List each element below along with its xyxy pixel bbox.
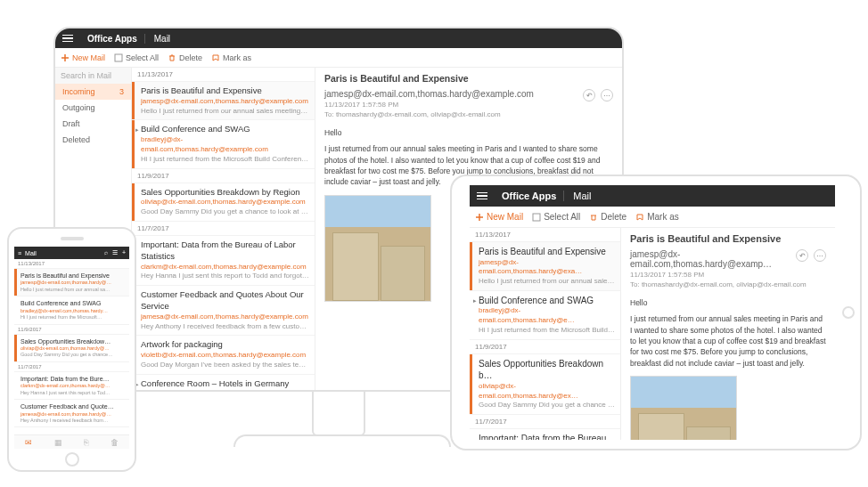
message-item[interactable]: Paris is Beautiful and Expensivejamesp@d… [470,242,620,291]
date-header: 11/7/2017 [470,415,620,429]
message-item[interactable]: Customer Feedback and Quote…jamesa@dx-em… [14,400,129,427]
select-all-button[interactable]: Select All [114,53,159,62]
new-mail-button[interactable]: New Mail [475,212,523,222]
message-item[interactable]: Important: Data from the Bureau …clarkm@… [470,429,620,440]
message-item[interactable]: Sales Opportunities Breakdown by Regiono… [132,183,315,222]
message-item[interactable]: ▸Conference Room – Hotels in Germanyedwa… [132,375,315,390]
phone-app-bar: ≡ Mail ⌕ ☰ + [14,247,129,259]
phone-device: ≡ Mail ⌕ ☰ + 11/13/2017Paris is Beautifu… [7,227,136,472]
folder-deleted[interactable]: Deleted [55,132,131,148]
new-mail-button[interactable]: New Mail [61,53,105,62]
folder-incoming[interactable]: Incoming3 [55,84,131,100]
more-icon[interactable]: ⋯ [814,249,826,262]
message-item[interactable]: Build Conference and SWAGbradleyj@dx-ema… [14,296,129,324]
svg-rect-0 [115,54,122,61]
attachment-photo[interactable] [630,376,737,440]
reader-subject: Paris is Beautiful and Expensive [324,73,613,84]
tablet-message-list[interactable]: 11/13/2017Paris is Beautiful and Expensi… [470,228,621,440]
reader-timestamp: 11/13/2017 1:57:58 PM [324,101,613,109]
more-icon[interactable]: ⋯ [601,89,613,101]
message-item[interactable]: Sales Opportunities Breakdow…oliviap@dx-… [14,335,129,362]
monitor-stand [312,392,365,436]
message-item[interactable]: Sales Opportunities Breakdown b…oliviap@… [470,354,620,415]
date-header: 11/9/2017 [470,340,620,354]
date-header: 11/9/2017 [132,169,315,183]
hamburger-icon[interactable] [470,192,495,200]
files-tab-icon[interactable]: ⎘ [84,438,88,447]
date-header: 11/9/2017 [14,325,129,335]
reader-recipients: To: thomashardy@dx-email.com, oliviap@dx… [324,110,613,118]
reader-to: jamesp@dx-email.com,thomas.hardy@example… [324,89,613,99]
attachment-photo[interactable] [324,195,431,302]
date-header: 11/13/2017 [470,228,620,242]
reply-icon[interactable]: ↶ [796,249,808,262]
calendar-tab-icon[interactable]: ▦ [54,438,62,447]
date-header: 11/13/2017 [132,68,315,82]
phone-message-list[interactable]: 11/13/2017Paris is Beautiful and Expensi… [14,259,129,427]
message-item[interactable]: Important: Data from the Bureau of Labor… [132,236,315,286]
search-icon[interactable]: ⌕ [104,249,108,256]
tablet-app-bar: Office Apps Mail [470,185,835,207]
select-all-button[interactable]: Select All [532,212,580,222]
date-header: 11/7/2017 [14,362,129,372]
message-list[interactable]: 11/13/2017Paris is Beautiful and Expensi… [132,68,315,390]
phone-tabbar: ✉ ▦ ⎘ 🗑 [14,434,129,449]
tablet-toolbar: New Mail Select All Delete Mark as [470,207,835,228]
mark-as-button[interactable]: Mark as [635,212,679,222]
reader-actions: ↶ ⋯ [583,89,613,101]
tablet-reading-pane: Paris is Beautiful and Expensive ↶⋯ jame… [621,228,835,440]
delete-button[interactable]: Delete [168,53,202,62]
select-icon[interactable]: ☰ [112,249,118,256]
date-header: 11/13/2017 [14,259,129,269]
message-item[interactable]: Paris is Beautiful and Expensivejamesp@d… [14,269,129,296]
message-item[interactable]: Paris is Beautiful and Expensivejamesp@d… [132,82,315,120]
message-item[interactable]: ▸Build Conference and SWAGbradleyj@dx-em… [470,291,620,340]
toolbar: New Mail Select All Delete Mark as [55,48,622,68]
folder-outgoing[interactable]: Outgoing [55,100,131,116]
date-header: 11/7/2017 [132,222,315,236]
message-item[interactable]: Artwork for packagingvioletb@dx-email.co… [132,336,315,374]
phone-home-button[interactable] [65,452,79,467]
hamburger-icon[interactable]: ≡ [18,250,21,256]
app-section[interactable]: Mail [144,34,179,44]
message-item[interactable]: Customer Feedback and Quotes About Our S… [132,286,315,336]
app-bar: Office Apps Mail [55,28,622,48]
search-input[interactable]: Search in Mail [55,68,131,84]
tablet-home-button[interactable] [842,306,855,319]
reply-icon[interactable]: ↶ [583,89,595,101]
folder-draft[interactable]: Draft [55,116,131,132]
app-brand: Office Apps [80,34,144,44]
tablet-device: Office Apps Mail New Mail Select All Del… [450,175,862,450]
mark-as-button[interactable]: Mark as [211,53,251,62]
svg-rect-1 [533,214,540,221]
message-item[interactable]: ▸Build Conference and SWAGbradleyj@dx-em… [132,120,315,168]
compose-icon[interactable]: + [122,249,126,256]
trash-tab-icon[interactable]: 🗑 [111,438,119,447]
message-item[interactable]: Important: Data from the Bure…clarkm@dx-… [14,372,129,400]
mail-tab-icon[interactable]: ✉ [25,438,32,447]
hamburger-icon[interactable] [55,35,80,43]
delete-button[interactable]: Delete [589,212,626,222]
